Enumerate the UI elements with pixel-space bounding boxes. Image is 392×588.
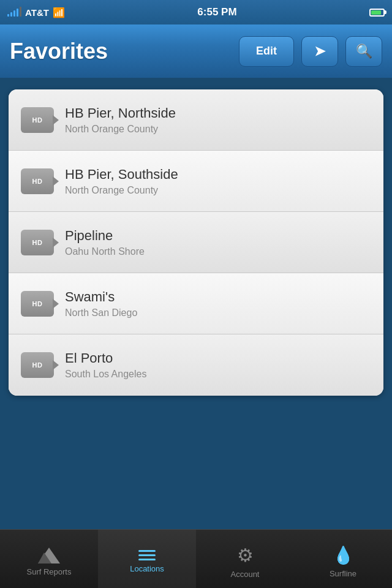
signal-bar-5 (20, 7, 21, 17)
item-location: South Los Angeles (65, 369, 371, 380)
tab-surfline[interactable]: 💧 Surfline (294, 530, 392, 588)
tab-label-surfline: Surfline (330, 569, 356, 578)
tab-locations[interactable]: Locations (98, 530, 196, 588)
status-left: AT&T 📶 (7, 7, 65, 18)
menu-line (138, 554, 156, 556)
tab-surf-reports[interactable]: Surf Reports (0, 530, 98, 588)
time-display: 6:55 PM (197, 6, 236, 18)
main-content: HD HB Pier, Northside North Orange Count… (0, 78, 392, 529)
menu-line (138, 559, 156, 560)
gear-icon: ⚙ (237, 545, 254, 566)
item-name: Swami's (65, 289, 371, 305)
item-info: HB Pier, Southside North Orange County (65, 167, 371, 196)
signal-bars (7, 8, 21, 17)
location-button[interactable]: ➤ (301, 36, 338, 67)
status-right (369, 9, 385, 17)
page-title: Favorites (10, 39, 232, 64)
item-name: Pipeline (65, 228, 371, 244)
item-location: North Orange County (65, 185, 371, 196)
list-item[interactable]: HD HB Pier, Southside North Orange Count… (9, 151, 383, 212)
hd-camera-icon: HD (21, 107, 54, 133)
signal-bar-1 (7, 14, 9, 17)
edit-button[interactable]: Edit (239, 36, 294, 67)
search-button[interactable]: 🔍 (345, 36, 382, 67)
signal-bar-4 (17, 9, 18, 17)
menu-line (138, 550, 156, 552)
hd-camera-icon: HD (21, 352, 54, 378)
search-icon: 🔍 (356, 43, 372, 59)
signal-bar-2 (10, 12, 12, 17)
hd-camera-icon: HD (21, 230, 54, 255)
wifi-icon: 📶 (53, 7, 65, 18)
list-item[interactable]: HD HB Pier, Northside North Orange Count… (9, 89, 383, 151)
nav-bar: Favorites Edit ➤ 🔍 (0, 24, 392, 78)
item-location: Oahu North Shore (65, 246, 371, 257)
item-info: HB Pier, Northside North Orange County (65, 105, 371, 135)
item-location: North Orange County (65, 124, 371, 135)
item-info: El Porto South Los Angeles (65, 350, 371, 380)
tab-account[interactable]: ⚙ Account (196, 530, 294, 588)
carrier-label: AT&T (25, 7, 49, 18)
item-name: HB Pier, Southside (65, 167, 371, 183)
tab-bar: Surf Reports Locations ⚙ Account 💧 Surfl… (0, 529, 392, 588)
list-item[interactable]: HD Pipeline Oahu North Shore (9, 212, 383, 273)
item-info: Pipeline Oahu North Shore (65, 228, 371, 257)
tab-label-locations: Locations (130, 564, 164, 573)
item-name: HB Pier, Northside (65, 105, 371, 121)
battery-icon (369, 9, 385, 17)
list-item[interactable]: HD Swami's North San Diego (9, 273, 383, 334)
item-name: El Porto (65, 350, 371, 366)
hd-camera-icon: HD (21, 168, 54, 194)
favorites-list: HD HB Pier, Northside North Orange Count… (9, 89, 383, 396)
wave-drop-icon: 💧 (333, 545, 354, 565)
mountain-icon (38, 546, 60, 564)
location-icon: ➤ (314, 43, 325, 59)
hd-camera-icon: HD (21, 291, 54, 317)
status-bar: AT&T 📶 6:55 PM (0, 0, 392, 24)
item-location: North San Diego (65, 307, 371, 318)
tab-label-account: Account (231, 570, 260, 579)
list-item[interactable]: HD El Porto South Los Angeles (9, 334, 383, 396)
signal-bar-3 (13, 10, 15, 17)
item-info: Swami's North San Diego (65, 289, 371, 318)
tab-label-surf-reports: Surf Reports (27, 567, 72, 576)
lines-icon (138, 550, 156, 560)
battery-fill (371, 10, 381, 15)
